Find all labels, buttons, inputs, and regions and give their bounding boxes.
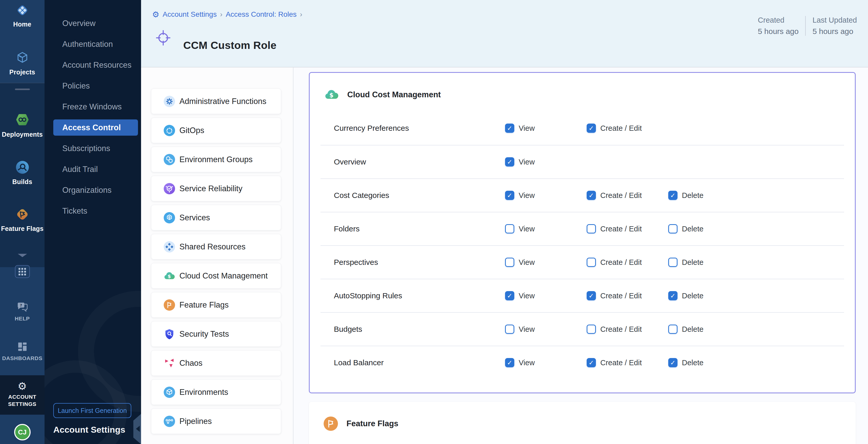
permission-label: Create / Edit xyxy=(600,225,642,233)
resource-group-card[interactable]: Security Tests xyxy=(151,321,281,347)
resource-group-card[interactable]: Shared Resources xyxy=(151,234,281,259)
checkbox: ✓ xyxy=(668,291,678,300)
permission-toggle[interactable]: ✓ Delete xyxy=(668,291,704,300)
settings-nav-item[interactable]: Account Resources xyxy=(44,55,141,75)
rail-item-builds[interactable]: Builds xyxy=(0,160,44,186)
page-title: CCM Custom Role xyxy=(183,39,276,52)
resource-label: Overview xyxy=(334,158,366,166)
permission-toggle[interactable]: ✓ Create / Edit xyxy=(587,191,642,200)
checkbox: ✓ xyxy=(587,124,596,133)
checkbox: ✓ xyxy=(505,358,514,367)
settings-nav-item[interactable]: Tickets xyxy=(44,200,141,221)
rail-item-projects[interactable]: Projects xyxy=(0,51,44,76)
chevron-down-icon[interactable] xyxy=(18,254,27,257)
permission-toggle[interactable]: View xyxy=(505,258,535,267)
projects-icon xyxy=(15,51,30,66)
resource-group-label: Feature Flags xyxy=(179,300,228,310)
settings-nav-item[interactable]: Authentication xyxy=(44,34,141,55)
resource-group-card[interactable]: Environments xyxy=(151,379,281,405)
rail-item-deployments[interactable]: Deployments xyxy=(0,112,44,138)
permission-toggle[interactable]: Create / Edit xyxy=(587,224,642,233)
rail-label-projects: Projects xyxy=(9,68,35,76)
permission-rows: Currency Preferences ✓ View ✓ Create / E… xyxy=(320,112,844,379)
resource-group-card[interactable]: Administrative Functions xyxy=(151,89,281,114)
resource-group-card[interactable]: GitOps xyxy=(151,118,281,143)
permission-label: View xyxy=(519,292,535,300)
permission-toggle[interactable]: Delete xyxy=(668,224,704,233)
permission-toggle[interactable]: ✓ Delete xyxy=(668,191,704,200)
permission-toggle[interactable]: ✓ Create / Edit xyxy=(587,124,642,133)
gear-icon: ⚙ xyxy=(18,380,27,392)
avatar[interactable]: CJ xyxy=(14,424,31,440)
settings-nav-item[interactable]: Audit Trail xyxy=(44,159,141,180)
permission-toggle[interactable]: ✓ View xyxy=(505,157,535,166)
launch-first-generation-button[interactable]: Launch First Generation xyxy=(53,403,131,418)
breadcrumb-account-settings[interactable]: Account Settings xyxy=(163,10,217,19)
permission-toggle[interactable]: ✓ View xyxy=(505,191,535,200)
resource-group-card[interactable]: $ Cloud Cost Management xyxy=(151,263,281,289)
checkbox xyxy=(668,324,678,334)
permission-row: AutoStopping Rules ✓ View ✓ Create / Edi… xyxy=(320,279,844,312)
permission-label: View xyxy=(519,225,535,233)
permission-toggle[interactable]: ✓ Create / Edit xyxy=(587,291,642,300)
settings-nav-item[interactable]: Freeze Windows xyxy=(44,96,141,117)
settings-nav-item[interactable]: Organizations xyxy=(44,180,141,200)
resource-group-label: Environment Groups xyxy=(179,155,252,164)
settings-nav-list: OverviewAuthenticationAccount ResourcesP… xyxy=(44,0,141,221)
created-label: Created xyxy=(758,16,799,25)
breadcrumb-separator: › xyxy=(220,10,222,19)
checkbox xyxy=(587,324,596,334)
resource-group-label: Chaos xyxy=(179,358,203,368)
resource-group-card[interactable]: Service Reliability xyxy=(151,176,281,201)
checkbox: ✓ xyxy=(505,157,514,166)
resource-label: Budgets xyxy=(334,325,362,334)
permission-label: Delete xyxy=(682,191,704,200)
all-modules-button[interactable] xyxy=(15,265,30,278)
permission-toggle[interactable]: ✓ View xyxy=(505,124,535,133)
resource-group-label: GitOps xyxy=(179,126,204,135)
last-updated-value: 5 hours ago xyxy=(812,27,857,36)
svg-text:$: $ xyxy=(167,273,171,279)
permission-label: Delete xyxy=(682,258,704,267)
resource-group-card[interactable]: Services xyxy=(151,205,281,230)
permission-toggle[interactable]: View xyxy=(505,324,535,334)
settings-nav-item[interactable]: Policies xyxy=(44,75,141,96)
permission-toggle[interactable]: ✓ View xyxy=(505,291,535,300)
permission-label: Delete xyxy=(682,292,704,300)
checkbox xyxy=(587,224,596,233)
settings-nav-item[interactable]: Subscriptions xyxy=(44,138,141,159)
resource-group-card[interactable]: Chaos xyxy=(151,350,281,376)
settings-nav-item[interactable]: Overview xyxy=(44,13,141,34)
resource-label: Cost Categories xyxy=(334,191,389,200)
resource-label: Currency Preferences xyxy=(334,124,409,132)
permission-toggle[interactable]: ✓ View xyxy=(505,358,535,367)
settings-nav-item[interactable]: Access Control xyxy=(53,120,138,136)
permission-toggle[interactable]: View xyxy=(505,224,535,233)
rail-item-feature-flags[interactable]: Feature Flags xyxy=(0,208,44,232)
permission-toggle[interactable]: ✓ Delete xyxy=(668,358,704,367)
resource-group-card[interactable]: Environment Groups xyxy=(151,147,281,172)
rail-item-home[interactable]: Home xyxy=(0,4,44,28)
permission-toggle[interactable]: Delete xyxy=(668,324,704,334)
deployments-icon xyxy=(15,112,30,128)
gear-icon: ⚙ xyxy=(152,10,159,19)
chaos-icon xyxy=(163,357,175,369)
breadcrumb-access-control-roles[interactable]: Access Control: Roles xyxy=(226,10,297,19)
permission-toggle[interactable]: Create / Edit xyxy=(587,258,642,267)
environment-groups-icon xyxy=(163,154,175,165)
permission-label: Delete xyxy=(682,225,704,233)
permission-label: Create / Edit xyxy=(600,124,642,132)
resource-group-card[interactable]: Pipelines xyxy=(151,409,281,434)
permission-row: Cost Categories ✓ View ✓ Create / Edit ✓… xyxy=(320,178,844,212)
resource-group-card[interactable]: Feature Flags xyxy=(151,292,281,318)
permissions-section-card: $ Cloud Cost Management Currency Prefere… xyxy=(309,72,856,393)
permission-toggle[interactable]: ✓ Create / Edit xyxy=(587,358,642,367)
permission-label: View xyxy=(519,358,535,367)
permission-toggle[interactable]: Create / Edit xyxy=(587,324,642,334)
rail-item-dashboards[interactable]: DASHBOARDS xyxy=(0,341,44,361)
rail-item-account-settings[interactable]: ⚙ ACCOUNT SETTINGS xyxy=(0,380,44,408)
permission-toggle[interactable]: Delete xyxy=(668,258,704,267)
permission-label: Create / Edit xyxy=(600,292,642,300)
gitops-icon xyxy=(163,125,175,136)
rail-item-help[interactable]: ? HELP xyxy=(0,302,44,322)
